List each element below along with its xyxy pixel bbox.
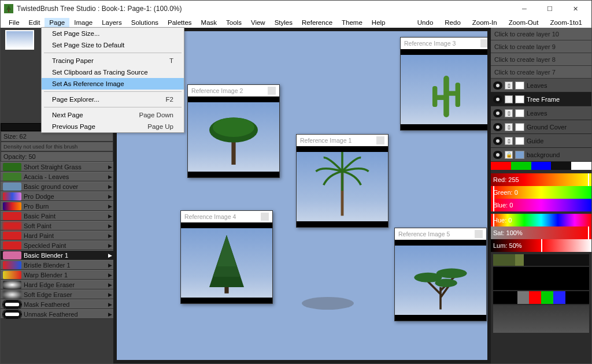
menu-palettes[interactable]: Palettes <box>163 18 197 27</box>
menuitem-set-as-reference-image[interactable]: Set As Reference Image <box>42 78 184 90</box>
sat-slider[interactable]: Sat: 100% <box>491 226 591 239</box>
menu-layers[interactable]: Layers <box>97 18 127 27</box>
layer-color-swatch[interactable] <box>515 151 524 159</box>
layer-color-swatch[interactable] <box>515 95 524 103</box>
reference-close-icon[interactable] <box>268 87 276 95</box>
reference-reference-image-1[interactable]: Reference Image 1 <box>296 134 388 228</box>
swatch-row-rgb[interactable] <box>493 291 589 304</box>
menu-image[interactable]: Image <box>69 18 97 27</box>
reference-reference-image-5[interactable]: Reference Image 5 <box>394 228 487 321</box>
minimize-button[interactable]: ─ <box>512 1 537 17</box>
layer-leaves[interactable]: ▯Leaves <box>491 79 591 92</box>
reference-close-icon[interactable] <box>475 230 483 238</box>
menu-mask[interactable]: Mask <box>197 18 221 27</box>
brush-mask-feathered[interactable]: Mask Feathered▶ <box>1 299 113 309</box>
lock-icon[interactable]: ▯ <box>505 109 513 117</box>
svg-rect-1 <box>8 9 9 12</box>
menuitem-set-page-size-[interactable]: Set Page Size... <box>42 28 184 39</box>
visibility-icon[interactable] <box>493 123 502 131</box>
menuitem-page-explorer-[interactable]: Page Explorer...F2 <box>42 94 184 105</box>
menuitem-set-page-size-to-default[interactable]: Set Page Size to Default <box>42 39 184 51</box>
maximize-button[interactable]: ☐ <box>537 1 563 17</box>
layer-ground-cover[interactable]: ▯Ground Cover <box>491 120 591 134</box>
hue-slider[interactable]: Hue: 0 <box>491 214 591 226</box>
red-slider[interactable]: Red: 255 <box>491 173 591 186</box>
menu-zoom-in[interactable]: Zoom-In <box>467 18 503 27</box>
lock-icon[interactable]: 🔒 <box>505 151 513 159</box>
menuitem-set-clipboard-as-tracing-source[interactable]: Set Clipboard as Tracing Source <box>42 66 184 78</box>
visibility-icon[interactable] <box>493 109 502 117</box>
swatch-black[interactable] <box>493 267 589 290</box>
lock-icon[interactable]: ▯ <box>505 123 513 131</box>
layer-color-swatch[interactable] <box>515 137 524 145</box>
lock-icon[interactable]: ▯ <box>505 95 513 103</box>
menu-reference[interactable]: Reference <box>297 18 337 27</box>
menuitem-next-page[interactable]: Next PagePage Down <box>42 109 184 121</box>
visibility-icon[interactable] <box>493 95 502 103</box>
menu-styles[interactable]: Styles <box>270 18 297 27</box>
brush-hard-paint[interactable]: Hard Paint▶ <box>1 231 113 240</box>
reference-close-icon[interactable] <box>261 213 269 221</box>
menu-tools[interactable]: Tools <box>221 18 246 27</box>
layer-background[interactable]: 🔒background <box>491 148 591 162</box>
lock-icon[interactable]: ▯ <box>505 81 513 90</box>
layer-color-swatch[interactable] <box>515 81 524 90</box>
lock-icon[interactable]: ▯ <box>505 137 513 145</box>
brush-unmask-feathered[interactable]: Unmask Feathered▶ <box>1 309 113 319</box>
menu-help[interactable]: Help <box>367 18 390 27</box>
brush-pro-dodge[interactable]: Pro Dodge▶ <box>1 191 113 201</box>
opacity-panel[interactable]: Opacity: 50 <box>1 151 113 162</box>
layer-leaves[interactable]: ▯Leaves <box>491 106 591 120</box>
menu-zoom-1to1[interactable]: Zoom-1to1 <box>544 18 588 27</box>
brush-soft-edge-eraser[interactable]: Soft Edge Eraser▶ <box>1 289 113 299</box>
layer-tree-frame[interactable]: ▯Tree Frame <box>491 92 591 106</box>
menu-undo[interactable]: Undo <box>412 18 439 27</box>
menu-page[interactable]: Page <box>45 18 69 27</box>
page-thumbnail[interactable] <box>5 30 34 50</box>
close-button[interactable]: ✕ <box>563 1 588 17</box>
menu-redo[interactable]: Redo <box>439 18 467 27</box>
brush-short-straight-grass[interactable]: Short Straight Grass▶ <box>1 162 113 172</box>
visibility-icon[interactable] <box>493 151 502 159</box>
blue-slider[interactable]: Blue: 0 <box>491 199 591 211</box>
brush-acacia-leaves[interactable]: Acacia - Leaves▶ <box>1 172 113 181</box>
brush-basic-ground-cover[interactable]: Basic ground cover▶ <box>1 181 113 191</box>
layer-name: Tree Frame <box>527 96 560 103</box>
lum-slider[interactable]: Lum: 50% <box>491 239 591 252</box>
menuitem-previous-page[interactable]: Previous PagePage Up <box>42 121 184 132</box>
reference-close-icon[interactable] <box>480 39 487 47</box>
menu-theme[interactable]: Theme <box>337 18 367 27</box>
create-layer-row[interactable]: Click to create layer 7 <box>491 66 591 79</box>
brush-soft-paint[interactable]: Soft Paint▶ <box>1 221 113 231</box>
brush-hard-edge-eraser[interactable]: Hard Edge Eraser▶ <box>1 280 113 289</box>
page-menu-dropdown: Set Page Size...Set Page Size to Default… <box>41 27 184 133</box>
visibility-icon[interactable] <box>493 137 502 145</box>
layer-color-swatch[interactable] <box>515 123 524 131</box>
brush-basic-paint[interactable]: Basic Paint▶ <box>1 211 113 221</box>
menu-solutions[interactable]: Solutions <box>127 18 163 27</box>
layer-guide[interactable]: ▯Guide <box>491 134 591 148</box>
visibility-icon[interactable] <box>493 81 502 90</box>
create-layer-row[interactable]: Click to create layer 9 <box>491 40 591 53</box>
brush-basic-blender-1[interactable]: Basic Blender 1▶ <box>1 250 113 260</box>
brush-pro-burn[interactable]: Pro Burn▶ <box>1 201 113 211</box>
reference-reference-image-4[interactable]: Reference Image 4 <box>180 210 273 304</box>
menu-zoom-out[interactable]: Zoom-Out <box>503 18 545 27</box>
green-slider[interactable]: Green: 0 <box>491 186 591 199</box>
swatch-gradient[interactable] <box>493 305 589 333</box>
menu-edit[interactable]: Edit <box>24 18 45 27</box>
brush-speckled-paint[interactable]: Speckled Paint▶ <box>1 240 113 250</box>
menu-view[interactable]: View <box>246 18 270 27</box>
create-layer-row[interactable]: Click to create layer 10 <box>491 28 591 40</box>
menuitem-tracing-paper[interactable]: Tracing PaperT <box>42 55 184 66</box>
brush-bristle-blender-1[interactable]: Bristle Blender 1▶ <box>1 260 113 270</box>
brush-warp-blender-1[interactable]: Warp Blender 1▶ <box>1 270 113 280</box>
layer-color-swatch[interactable] <box>515 109 524 117</box>
reference-reference-image-3[interactable]: Reference Image 3 <box>400 37 487 131</box>
reference-close-icon[interactable] <box>376 136 384 144</box>
create-layer-row[interactable]: Click to create layer 8 <box>491 53 591 66</box>
reference-reference-image-2[interactable]: Reference Image 2 <box>187 84 280 178</box>
swatch-row[interactable] <box>493 254 589 266</box>
primary-color-strip[interactable] <box>491 162 591 170</box>
menu-file[interactable]: File <box>4 18 24 27</box>
